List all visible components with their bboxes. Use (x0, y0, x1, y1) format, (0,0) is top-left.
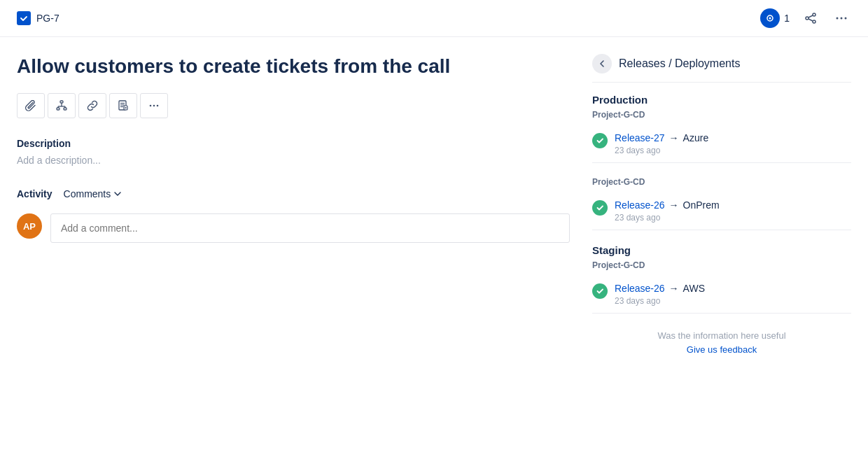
feedback-link[interactable]: Give us feedback (687, 344, 757, 355)
release-time: 23 days ago (615, 296, 851, 306)
second-project-name: Project-G-CD (592, 177, 851, 187)
right-panel: Releases / Deployments Production Projec… (592, 54, 851, 454)
svg-rect-11 (60, 101, 63, 103)
release-26-onprem-link[interactable]: Release-26 (615, 199, 665, 211)
release-info: Release-27 → Azure 23 days ago (615, 132, 851, 155)
svg-point-27 (157, 105, 159, 107)
svg-point-5 (813, 20, 816, 23)
production-env-section: Production Project-G-CD Release-27 → Azu… (592, 94, 851, 163)
description-label: Description (17, 138, 570, 149)
arrow: → (669, 199, 679, 211)
svg-point-9 (841, 17, 843, 20)
watch-count: 1 (784, 13, 790, 24)
description-placeholder[interactable]: Add a description... (17, 155, 570, 166)
release-27-link[interactable]: Release-27 (615, 132, 665, 143)
release-item: Release-26 → OnPrem 23 days ago (592, 192, 851, 230)
release-info: Release-26 → OnPrem 23 days ago (615, 199, 851, 223)
svg-point-25 (150, 105, 152, 107)
comments-dropdown[interactable]: Comments (58, 185, 128, 202)
feedback-section: Was the information here useful Give us … (592, 330, 851, 355)
svg-rect-12 (57, 108, 59, 110)
check-icon (592, 283, 608, 299)
release-item: Release-27 → Azure 23 days ago (592, 125, 851, 163)
hierarchy-button[interactable] (48, 93, 76, 118)
document-button[interactable] (109, 93, 137, 118)
avatar: AP (17, 213, 42, 239)
comment-row: AP (17, 213, 570, 243)
watch-button[interactable]: 1 (760, 8, 790, 28)
svg-line-7 (808, 19, 813, 21)
production-env-name: Production (592, 94, 851, 106)
issue-title: Allow customers to create tickets from t… (17, 54, 570, 79)
release-time: 23 days ago (615, 213, 851, 223)
svg-point-10 (845, 17, 847, 20)
staging-project-name: Project-G-CD (592, 260, 851, 270)
release-info: Release-26 → AWS 23 days ago (615, 283, 851, 306)
releases-header: Releases / Deployments (592, 54, 851, 83)
check-icon (592, 200, 608, 216)
top-bar-left: PG-7 (17, 11, 59, 25)
svg-point-8 (836, 17, 839, 20)
issue-id: PG-7 (36, 13, 59, 24)
description-section: Description Add a description... (17, 138, 570, 166)
more-toolbar-button[interactable] (140, 93, 168, 118)
svg-point-4 (806, 17, 808, 20)
release-target-aws: AWS (683, 283, 705, 294)
release-target-onprem: OnPrem (683, 199, 720, 211)
back-button[interactable] (592, 54, 612, 73)
link-button[interactable] (78, 93, 106, 118)
production-project-name: Project-G-CD (592, 110, 851, 120)
left-panel: Allow customers to create tickets from t… (17, 54, 570, 454)
comments-label: Comments (64, 188, 111, 199)
release-time: 23 days ago (615, 146, 851, 155)
svg-rect-13 (64, 108, 66, 110)
svg-point-3 (813, 13, 816, 16)
arrow: → (669, 132, 679, 143)
feedback-text: Was the information here useful (592, 330, 851, 341)
action-toolbar (17, 93, 570, 118)
arrow: → (669, 283, 679, 294)
check-icon (592, 133, 608, 148)
release-26-aws-link[interactable]: Release-26 (615, 283, 665, 294)
staging-env-name: Staging (592, 244, 851, 256)
activity-header: Activity Comments (17, 185, 570, 202)
watch-icon (760, 8, 780, 28)
release-link-row: Release-26 → AWS (615, 283, 851, 294)
issue-type-icon (17, 11, 31, 25)
release-item: Release-26 → AWS 23 days ago (592, 276, 851, 314)
release-target: Azure (683, 132, 709, 143)
attach-button[interactable] (17, 93, 45, 118)
more-options-button[interactable] (832, 8, 851, 28)
releases-title: Releases / Deployments (619, 57, 740, 70)
svg-point-26 (153, 105, 155, 107)
top-bar-right: 1 (760, 8, 851, 28)
release-link-row: Release-27 → Azure (615, 132, 851, 143)
top-bar: PG-7 1 (0, 0, 868, 37)
release-link-row: Release-26 → OnPrem (615, 199, 851, 211)
staging-env-section: Staging Project-G-CD Release-26 → AWS (592, 244, 851, 314)
svg-point-2 (769, 17, 771, 20)
activity-section: Activity Comments AP (17, 185, 570, 243)
share-button[interactable] (801, 8, 820, 28)
svg-line-6 (808, 15, 813, 17)
activity-label: Activity (17, 188, 52, 199)
second-env-section: Project-G-CD Release-26 → OnPrem 23 d (592, 177, 851, 230)
comment-input[interactable] (50, 213, 570, 243)
main-content: Allow customers to create tickets from t… (0, 37, 868, 471)
